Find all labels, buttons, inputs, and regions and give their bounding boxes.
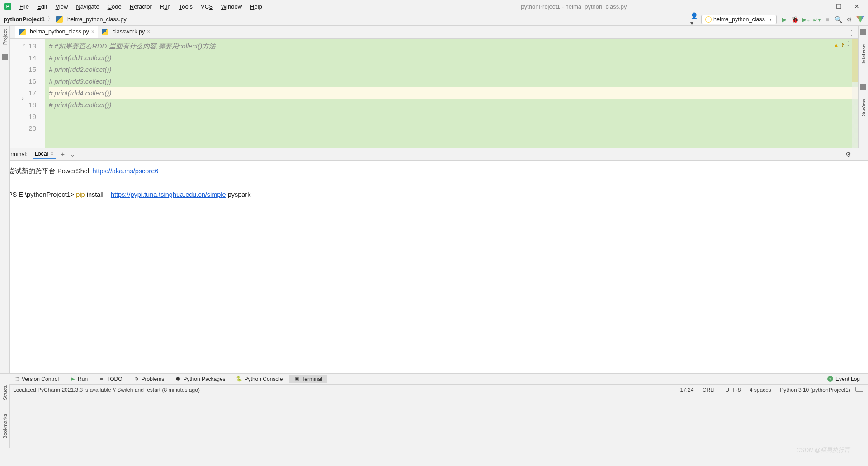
readonly-lock-icon[interactable] (855, 387, 863, 392)
tab-run[interactable]: ▶Run (65, 375, 92, 383)
search-everywhere-icon[interactable]: 🔍 (835, 16, 842, 23)
code-editor[interactable]: ⌄ › 1314 1516 1718 1920 # #如果要查看RDD 里面有什… (10, 39, 858, 148)
maximize-button[interactable]: ☐ (835, 3, 842, 10)
menu-view[interactable]: View (51, 3, 72, 10)
code-line[interactable] (49, 111, 858, 123)
tab-python-packages[interactable]: ⬢Python Packages (170, 375, 230, 383)
terminal-hide-icon[interactable]: — (856, 151, 863, 158)
status-eol[interactable]: CRLF (699, 387, 720, 393)
menu-navigate[interactable]: Navigate (72, 3, 103, 10)
menu-help[interactable]: Help (246, 3, 266, 10)
menu-file[interactable]: File (15, 3, 33, 10)
run-config-name: heima_python_class (713, 16, 765, 23)
window-title: pythonProject1 - heima_python_class.py (266, 3, 809, 10)
watermark: CSDN @猛男执行官 (796, 446, 850, 454)
code-line[interactable]: # print(rdd4.collect()) (49, 87, 858, 99)
status-message[interactable]: Localized PyCharm 2021.3.3 is available … (13, 387, 200, 393)
tab-terminal[interactable]: ▣Terminal (289, 375, 326, 383)
menu-refactor[interactable]: Refactor (126, 3, 156, 10)
terminal-tab-local[interactable]: Local× (33, 150, 56, 159)
status-indent[interactable]: 4 spaces (746, 387, 775, 393)
todo-icon: ≡ (99, 376, 104, 382)
profile-button[interactable]: ⤾▾ (813, 16, 820, 23)
menu-code[interactable]: Code (104, 3, 126, 10)
status-interpreter[interactable]: Python 3.10 (pythonProject1) (776, 387, 854, 393)
code-line[interactable]: # print(rdd1.collect()) (49, 52, 858, 64)
prev-highlight-icon[interactable]: ˇ (847, 45, 849, 49)
python-file-icon (102, 29, 108, 35)
code-line[interactable] (49, 123, 858, 134)
ide-services-icon[interactable] (856, 16, 864, 23)
run-button[interactable]: ▶ (780, 16, 788, 23)
code-with-me-icon[interactable]: 👤▾ (690, 16, 698, 23)
tab-event-log[interactable]: 2Event Log (827, 376, 860, 382)
terminal-icon: ▣ (293, 376, 299, 382)
terminal-settings-icon[interactable]: ⚙ (844, 151, 852, 158)
tab-python-console[interactable]: 🐍Python Console (232, 375, 288, 383)
bookmarks-tool-tab[interactable]: Bookmarks (2, 414, 8, 439)
terminal-dropdown-icon[interactable]: ⌄ (70, 151, 75, 158)
run-configuration-selector[interactable]: heima_python_class (701, 15, 777, 24)
close-button[interactable]: ✕ (854, 3, 860, 10)
terminal-output[interactable]: 尝试新的跨平台 PowerShell https://aka.ms/pscore… (0, 161, 868, 373)
tab-todo[interactable]: ≡TODO (94, 375, 127, 383)
problems-icon: ⊘ (133, 376, 139, 382)
tab-heima[interactable]: heima_python_class.py × (15, 26, 98, 38)
editor-scrollbar[interactable] (852, 39, 858, 148)
minimize-button[interactable]: — (817, 3, 824, 10)
database-tool-tab[interactable]: Database (861, 44, 866, 66)
tab-close-icon[interactable]: × (147, 29, 150, 35)
tabs-more-icon[interactable]: ⋮ (848, 29, 855, 37)
tab-version-control[interactable]: ⬚Version Control (9, 375, 63, 383)
project-tool-icon[interactable] (2, 54, 8, 60)
sciview-tool-icon[interactable] (860, 84, 866, 90)
breadcrumb-separator: 〉 (47, 15, 53, 23)
console-icon: 🐍 (236, 376, 242, 382)
tab-close-icon[interactable]: × (91, 29, 94, 35)
python-file-icon (19, 29, 26, 35)
fold-chevron-icon[interactable]: ⌄ (22, 41, 26, 47)
code-line[interactable]: # print(rdd2.collect()) (49, 64, 858, 76)
code-line[interactable]: # #如果要查看RDD 里面有什么内容,需要用collect()方法 (49, 40, 858, 52)
python-file-icon (56, 16, 63, 23)
breadcrumb-project[interactable]: pythonProject1 (4, 16, 45, 23)
settings-icon[interactable]: ⚙ (845, 16, 853, 23)
menu-run[interactable]: Run (156, 3, 175, 10)
pscore-link[interactable]: https://aka.ms/pscore6 (92, 167, 158, 175)
sciview-tool-tab[interactable]: SciView (861, 99, 866, 116)
close-icon[interactable]: × (51, 151, 54, 157)
breadcrumb-file[interactable]: heima_python_class.py (67, 16, 127, 23)
tab-problems[interactable]: ⊘Problems (129, 375, 169, 383)
menu-window[interactable]: Window (217, 3, 246, 10)
code-line[interactable]: # print(rdd3.collect()) (49, 76, 858, 87)
menu-tools[interactable]: Tools (175, 3, 197, 10)
stop-button[interactable]: ■ (824, 16, 831, 23)
inspection-widget[interactable]: ▲ 6 ˆˇ (834, 42, 849, 49)
debug-button[interactable]: 🐞 (791, 16, 798, 23)
menu-edit[interactable]: Edit (33, 3, 51, 10)
vcs-icon: ⬚ (14, 376, 19, 382)
code-line[interactable]: # print(rdd5.collect()) (49, 99, 858, 111)
status-time: 17:24 (676, 387, 697, 393)
packages-icon: ⬢ (175, 376, 181, 382)
database-tool-icon[interactable] (860, 29, 866, 35)
tab-classwork[interactable]: classwork.py × (98, 26, 154, 38)
new-terminal-icon[interactable]: + (61, 151, 65, 158)
menu-vcs[interactable]: VCS (197, 3, 217, 10)
line-gutter: 1314 1516 1718 1920 (10, 39, 45, 148)
coverage-button[interactable]: ▶₊ (802, 16, 809, 23)
warning-icon: ▲ (834, 42, 839, 48)
play-icon: ▶ (70, 376, 75, 382)
event-badge-icon: 2 (827, 376, 833, 382)
project-tool-tab[interactable]: Project (2, 29, 8, 45)
pypi-mirror-link[interactable]: https://pypi.tuna.tsinghua.edu.cn/simple (111, 191, 226, 198)
app-icon: P (4, 3, 11, 10)
status-encoding[interactable]: UTF-8 (722, 387, 745, 393)
fold-chevron-icon[interactable]: › (22, 95, 24, 101)
